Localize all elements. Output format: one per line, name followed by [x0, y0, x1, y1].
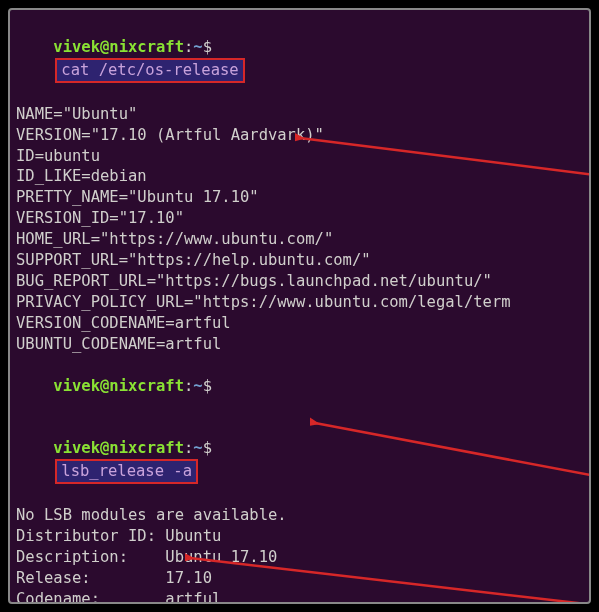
output-line: ID=ubuntu [16, 146, 583, 167]
prompt-line-2: vivek@nixcraft:~$ lsb_release -a [16, 418, 583, 506]
output-line: BUG_REPORT_URL="https://bugs.launchpad.n… [16, 271, 583, 292]
output-line: Distributor ID: Ubuntu [16, 526, 583, 547]
output-line: SUPPORT_URL="https://help.ubuntu.com/" [16, 250, 583, 271]
output-line: PRIVACY_POLICY_URL="https://www.ubuntu.c… [16, 292, 583, 313]
command-text: lsb_release -a [61, 462, 192, 480]
output-line: Description: Ubuntu 17.10 [16, 547, 583, 568]
prompt-line-1: vivek@nixcraft:~$ [16, 355, 583, 418]
output-line: NAME="Ubuntu" [16, 104, 583, 125]
command-highlight-cat: cat /etc/os-release [55, 58, 244, 83]
output-line: VERSION="17.10 (Artful Aardvark)" [16, 125, 583, 146]
output-line: VERSION_CODENAME=artful [16, 313, 583, 334]
command-text: cat /etc/os-release [61, 61, 238, 79]
output-line: HOME_URL="https://www.ubuntu.com/" [16, 229, 583, 250]
output-line: ID_LIKE=debian [16, 166, 583, 187]
prompt-colon: : [184, 38, 193, 56]
output-line: Release: 17.10 [16, 568, 583, 589]
output-line: PRETTY_NAME="Ubuntu 17.10" [16, 187, 583, 208]
prompt-path: ~ [193, 38, 202, 56]
output-line: UBUNTU_CODENAME=artful [16, 334, 583, 355]
output-line: Codename: artful [16, 589, 583, 604]
prompt-line-0: vivek@nixcraft:~$ cat /etc/os-release [16, 16, 583, 104]
terminal-window[interactable]: vivek@nixcraft:~$ cat /etc/os-release NA… [8, 8, 591, 604]
prompt-host: nixcraft [109, 38, 184, 56]
output-line: VERSION_ID="17.10" [16, 208, 583, 229]
prompt-at: @ [100, 38, 109, 56]
output-line: No LSB modules are available. [16, 505, 583, 526]
command-highlight-lsb: lsb_release -a [55, 459, 198, 484]
prompt-symbol: $ [203, 38, 212, 56]
prompt-user: vivek [53, 38, 100, 56]
